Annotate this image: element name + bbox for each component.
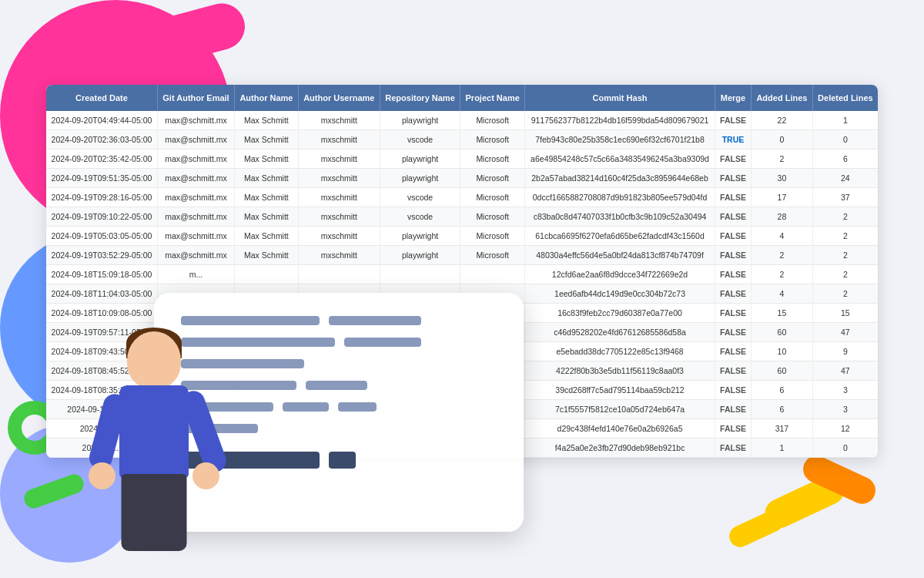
person-hand-left (89, 462, 116, 489)
table-cell: mxschmitt (298, 246, 380, 265)
table-cell: Microsoft (460, 130, 525, 150)
table-cell: mxschmitt (298, 169, 380, 188)
table-header-row: Created Date Git Author Email Author Nam… (46, 85, 878, 111)
table-cell: FALSE (715, 111, 751, 130)
table-cell: 2024-09-19T09:10:22-05:00 (46, 207, 157, 227)
table-cell: Microsoft (460, 150, 525, 169)
table-cell (460, 265, 525, 284)
table-cell: 317 (752, 419, 813, 439)
table-cell: FALSE (715, 419, 751, 439)
table-cell: 3 (812, 381, 878, 400)
table-row: 2024-09-19T05:03:05-05:00max@schmitt.mxM… (46, 227, 878, 246)
table-row: 2024-09-19T03:52:29-05:00max@schmitt.mxM… (46, 246, 878, 265)
table-cell: max@schmitt.mx (157, 246, 234, 265)
table-cell (298, 265, 380, 284)
table-cell: 1 (812, 111, 878, 130)
table-cell: 30 (752, 169, 813, 188)
table-cell: mxschmitt (298, 150, 380, 169)
table-cell: 16c83f9feb2cc79d60387e0a77e00 (525, 304, 715, 323)
table-cell: mxschmitt (298, 111, 380, 130)
table-cell: 2 (812, 265, 878, 284)
table-cell: c46d9528202e4fd67612685586d58a (525, 323, 715, 342)
table-cell: Microsoft (460, 246, 525, 265)
table-cell: 6 (752, 381, 813, 400)
table-cell: Microsoft (460, 227, 525, 246)
person-head (127, 331, 181, 389)
table-cell: f4a25a0e2e3fb27d90deb98eb921bc (525, 439, 715, 458)
table-cell: 2024-09-19T09:28:16-05:00 (46, 188, 157, 207)
table-cell: FALSE (715, 188, 751, 207)
table-cell: 7feb943c80e25b358c1ec690e6f32cf6701f21b8 (525, 130, 715, 150)
col-header-author-name: Author Name (235, 85, 299, 111)
person-body (92, 331, 216, 555)
table-cell: FALSE (715, 381, 751, 400)
table-cell: FALSE (715, 265, 751, 284)
card-bar-dark-small (329, 452, 356, 469)
table-cell: Max Schmitt (235, 188, 299, 207)
table-cell: 37 (812, 188, 878, 207)
table-cell: FALSE (715, 169, 751, 188)
bg-yellow-bar2 (726, 506, 788, 550)
table-cell: m... (157, 265, 234, 284)
table-cell: max@schmitt.mx (157, 188, 234, 207)
table-cell: 2 (752, 265, 813, 284)
table-cell: 17 (752, 188, 813, 207)
table-row: 2024-09-20T02:35:42-05:00max@schmitt.mxM… (46, 150, 878, 169)
table-cell: max@schmitt.mx (157, 150, 234, 169)
table-cell: 61cbca6695f6270efa6d65be62fadcdf43c1560d (525, 227, 715, 246)
table-cell: vscode (380, 207, 460, 227)
table-cell: 2024-09-20T04:49:44-05:00 (46, 111, 157, 130)
table-cell: FALSE (715, 246, 751, 265)
table-cell: 2 (752, 150, 813, 169)
col-header-author-username: Author Username (298, 85, 380, 111)
person-pants (122, 474, 187, 551)
table-cell: playwright (380, 150, 460, 169)
table-cell: 1 (752, 439, 813, 458)
table-cell: max@schmitt.mx (157, 169, 234, 188)
table-cell: 39cd268ff7c5ad795114baa59cb212 (525, 381, 715, 400)
table-cell: 22 (752, 111, 813, 130)
table-cell: 12 (812, 419, 878, 439)
table-cell: 0dccf1665882708087d9b91823b805ee579d04fd (525, 188, 715, 207)
table-row: 2024-09-19T09:10:22-05:00max@schmitt.mxM… (46, 207, 878, 227)
table-cell: d29c438f4efd140e76e0a2b6926a5 (525, 419, 715, 439)
col-header-deleted-lines: Deleted Lines (812, 85, 878, 111)
col-header-created-date: Created Date (46, 85, 157, 111)
table-cell: 10 (752, 342, 813, 361)
table-cell: 0 (752, 130, 813, 150)
card-bar (329, 316, 421, 325)
table-cell: 1eed6afb44dc149d9e0cc304b72c73 (525, 284, 715, 304)
table-cell: 4 (752, 227, 813, 246)
table-cell: FALSE (715, 304, 751, 323)
table-cell: Max Schmitt (235, 207, 299, 227)
table-cell: FALSE (715, 227, 751, 246)
table-cell: 2 (812, 246, 878, 265)
col-header-added-lines: Added Lines (752, 85, 813, 111)
table-cell: max@schmitt.mx (157, 130, 234, 150)
table-cell: 2 (812, 227, 878, 246)
card-bar (283, 402, 329, 412)
table-cell: TRUE (715, 130, 751, 150)
table-cell: mxschmitt (298, 207, 380, 227)
table-cell: 3 (812, 400, 878, 419)
person-figure (77, 285, 231, 555)
table-cell: 60 (752, 323, 813, 342)
table-cell: e5ebadd38dc7705122e85c13f9468 (525, 342, 715, 361)
table-cell: mxschmitt (298, 227, 380, 246)
table-cell: vscode (380, 130, 460, 150)
table-cell: playwright (380, 111, 460, 130)
table-cell: 48030a4effc56d4e5a0bf24da813cf874b74709f (525, 246, 715, 265)
table-cell: 4 (752, 284, 813, 304)
table-cell: max@schmitt.mx (157, 111, 234, 130)
table-cell: 47 (812, 323, 878, 342)
table-cell: 9 (812, 342, 878, 361)
col-header-project-name: Project Name (460, 85, 525, 111)
table-row: 2024-09-19T09:51:35-05:00max@schmitt.mxM… (46, 169, 878, 188)
card-bar (306, 381, 367, 390)
table-cell: 7c1f5557f5812ce10a05d724eb647a (525, 400, 715, 419)
table-cell: 15 (752, 304, 813, 323)
table-cell: 0 (812, 130, 878, 150)
table-cell: 2b2a57abad38214d160c4f25da3c8959644e68eb (525, 169, 715, 188)
col-header-commit-hash: Commit Hash (525, 85, 715, 111)
table-cell: max@schmitt.mx (157, 227, 234, 246)
